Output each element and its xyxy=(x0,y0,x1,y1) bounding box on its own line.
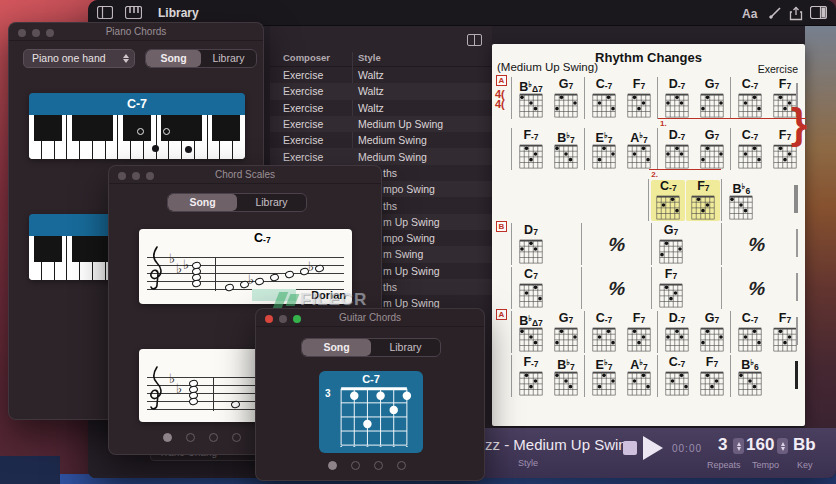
chord-cell[interactable]: E♭7 xyxy=(587,356,621,397)
black-key[interactable] xyxy=(98,115,113,141)
measure[interactable]: % xyxy=(581,223,651,265)
measure[interactable] xyxy=(580,179,649,221)
play-button[interactable] xyxy=(643,436,663,460)
page-dot[interactable] xyxy=(397,461,406,470)
key-value[interactable]: Bb xyxy=(793,435,816,455)
page-dot[interactable] xyxy=(186,433,195,442)
chord-cell[interactable]: B♭6 xyxy=(733,356,767,397)
zoom-icon[interactable] xyxy=(146,172,154,180)
chord-cell[interactable]: B♭7 xyxy=(549,129,583,170)
pagination-dots[interactable] xyxy=(163,433,241,442)
black-key[interactable] xyxy=(47,236,62,262)
current-song-title[interactable]: zz - Medium Up Swing xyxy=(485,436,635,453)
chord-cell[interactable]: C-7 xyxy=(651,180,685,221)
chord-cell[interactable]: C-7 xyxy=(587,312,621,353)
zoom-icon[interactable] xyxy=(46,29,54,37)
chord-cell[interactable]: D-7 xyxy=(660,78,694,119)
tab-library[interactable]: Library xyxy=(201,50,256,67)
chord-cell[interactable]: C-7 xyxy=(733,129,767,170)
measure[interactable]: C-7F7 xyxy=(730,311,803,353)
measure[interactable]: B♭Δ7G7 xyxy=(511,77,584,119)
chord-cell[interactable]: C-7 xyxy=(733,312,767,353)
chord-cell[interactable]: B♭6 xyxy=(724,180,758,221)
table-row[interactable]: ExerciseMedium Up Swing xyxy=(270,116,492,132)
measure[interactable]: E♭7A♭7 xyxy=(584,355,657,397)
chord-cell[interactable]: F7 xyxy=(622,78,656,119)
black-key[interactable] xyxy=(225,115,240,141)
columns-icon[interactable] xyxy=(467,34,482,46)
chord-cell[interactable]: A♭7 xyxy=(622,129,656,170)
zoom-icon[interactable] xyxy=(293,315,301,323)
chord-cell[interactable]: G7 xyxy=(695,129,729,170)
table-row[interactable]: ExerciseMedium Swing xyxy=(270,148,492,164)
chord-cell[interactable]: D-7 xyxy=(660,312,694,353)
black-key[interactable] xyxy=(187,115,202,141)
stop-button[interactable] xyxy=(623,441,637,455)
chord-cell[interactable]: G7 xyxy=(695,78,729,119)
minimize-icon[interactable] xyxy=(279,315,287,323)
table-row[interactable]: ExerciseWaltz xyxy=(270,83,492,99)
measure[interactable]: % xyxy=(721,267,791,309)
measure[interactable]: % xyxy=(581,267,651,309)
chord-cell[interactable]: C7 xyxy=(514,268,548,309)
measure[interactable]: C7 xyxy=(511,267,581,309)
edit-pencil-icon[interactable] xyxy=(768,6,782,20)
measure[interactable]: F-7B♭7 xyxy=(511,355,584,397)
repeats-stepper[interactable] xyxy=(733,438,744,454)
page-dot[interactable] xyxy=(328,461,337,470)
chord-cell[interactable]: E♭7 xyxy=(587,129,621,170)
chord-cell[interactable]: G7 xyxy=(654,224,688,265)
pagination-dots[interactable] xyxy=(328,461,406,470)
traffic-lights[interactable] xyxy=(18,29,54,37)
tab-library[interactable]: Library xyxy=(237,194,306,211)
chord-cell[interactable]: F7 xyxy=(654,268,688,309)
column-composer[interactable]: Composer xyxy=(270,52,358,66)
close-icon[interactable] xyxy=(18,29,26,37)
measure[interactable]: C-7F7 xyxy=(584,77,657,119)
page-dot[interactable] xyxy=(232,433,241,442)
chord-cell[interactable]: F-7 xyxy=(514,129,548,170)
traffic-lights[interactable] xyxy=(265,315,301,323)
tempo-stepper[interactable] xyxy=(777,438,788,454)
measure[interactable]: E♭7A♭7 xyxy=(584,128,657,170)
chord-cell[interactable]: B♭7 xyxy=(549,356,583,397)
instrument-select[interactable]: Piano one hand xyxy=(23,49,135,68)
measure[interactable]: C-7F7 xyxy=(584,311,657,353)
measure[interactable]: B♭Δ7G7 xyxy=(511,311,584,353)
tab-library[interactable]: Library xyxy=(371,339,440,356)
measure[interactable]: D7 xyxy=(511,223,581,265)
piano-icon[interactable] xyxy=(125,6,142,19)
chord-cell[interactable]: D7 xyxy=(514,224,548,265)
measure[interactable]: G7 xyxy=(651,223,721,265)
measure[interactable]: B♭6 xyxy=(730,355,791,397)
chord-cell[interactable]: G7 xyxy=(695,312,729,353)
page-dot[interactable] xyxy=(163,433,172,442)
guitar-chord-card[interactable]: C-7 3 xyxy=(319,371,423,453)
chord-cell[interactable]: A♭7 xyxy=(622,356,656,397)
table-header[interactable]: Composer Style xyxy=(270,52,492,67)
chord-cell[interactable]: D-7 xyxy=(660,129,694,170)
chord-cell[interactable]: F-7 xyxy=(514,356,548,397)
table-row[interactable]: ExerciseWaltz xyxy=(270,67,492,83)
piano-chord-card[interactable]: C-7 xyxy=(29,93,245,159)
text-size-icon[interactable]: Aa xyxy=(742,7,757,21)
split-view-icon[interactable] xyxy=(810,6,827,19)
traffic-lights[interactable] xyxy=(118,172,154,180)
measure[interactable]: B♭6 xyxy=(721,179,791,221)
sidebar-icon[interactable] xyxy=(97,6,113,19)
measure[interactable]: F7 xyxy=(651,267,721,309)
chord-sheet[interactable]: Rhythm Changes (Medium Up Swing) Exercis… xyxy=(492,44,805,426)
chord-cell[interactable]: C-7 xyxy=(587,78,621,119)
close-icon[interactable] xyxy=(265,315,273,323)
page-dot[interactable] xyxy=(374,461,383,470)
chord-cell[interactable]: C-7 xyxy=(733,78,767,119)
page-dot[interactable] xyxy=(209,433,218,442)
tab-song[interactable]: Song xyxy=(168,194,237,211)
measure[interactable] xyxy=(511,179,580,221)
chord-cell[interactable]: F7 xyxy=(622,312,656,353)
measure[interactable]: F-7B♭7 xyxy=(511,128,584,170)
black-key[interactable] xyxy=(47,115,62,141)
table-row[interactable]: ExerciseMedium Swing xyxy=(270,132,492,148)
chord-cell[interactable]: G7 xyxy=(549,78,583,119)
tab-song[interactable]: Song xyxy=(302,339,371,356)
